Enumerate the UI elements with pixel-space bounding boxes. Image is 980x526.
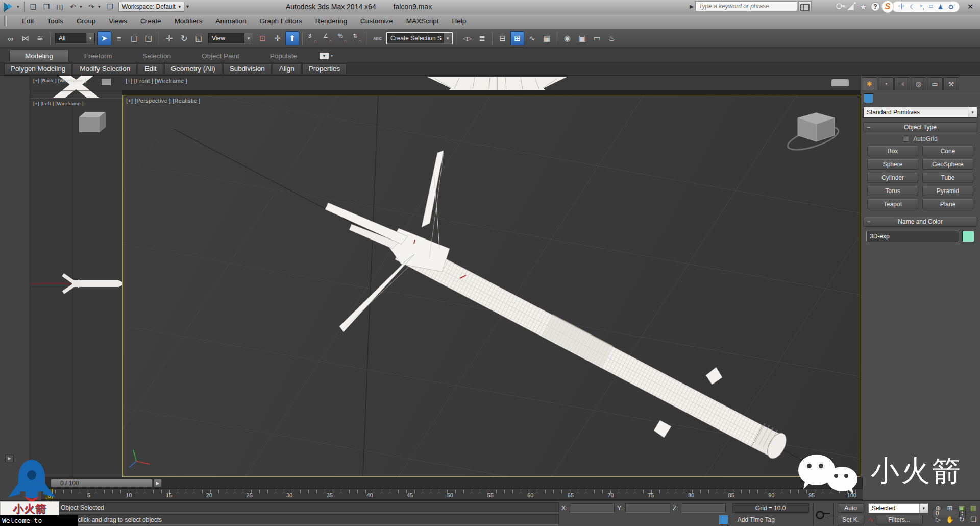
- window-crossing-icon[interactable]: ◳: [142, 31, 156, 45]
- select-and-rotate-icon[interactable]: ↻: [177, 31, 191, 45]
- object-name-field[interactable]: 3D-exp: [866, 231, 959, 242]
- select-by-name-icon[interactable]: ≡: [112, 31, 126, 45]
- menu-item[interactable]: MAXScript: [400, 13, 446, 29]
- align-icon[interactable]: ≣: [475, 31, 489, 45]
- menu-item[interactable]: Rendering: [309, 13, 354, 29]
- primitive-button[interactable]: Cylinder: [867, 173, 918, 183]
- add-time-tag[interactable]: Add Time Tag: [732, 516, 809, 523]
- selection-filter-dropdown[interactable]: All▾: [55, 33, 95, 44]
- rendered-frame-window-icon[interactable]: ▭: [590, 31, 604, 45]
- zoom-extents-icon[interactable]: ▣: [956, 502, 967, 513]
- menu-item[interactable]: Edit: [15, 13, 40, 29]
- menu-item[interactable]: Group: [70, 13, 103, 29]
- menu-item[interactable]: Create: [134, 13, 168, 29]
- viewport-back[interactable]: [+] [Back ] [Wireframe ]: [30, 76, 122, 98]
- reference-coordinate-dropdown[interactable]: View▾: [208, 33, 253, 44]
- ribbon-minimize-icon[interactable]: ▼: [320, 53, 329, 59]
- ime-user-icon[interactable]: ♟: [938, 3, 944, 11]
- favorites-star-icon[interactable]: ★: [857, 1, 869, 12]
- viewport-controls-handle[interactable]: [831, 79, 849, 86]
- name-color-rollout-header[interactable]: − Name and Color: [863, 217, 977, 227]
- coord-y-field[interactable]: [625, 503, 670, 513]
- key-filters-dropdown[interactable]: Selected▾: [868, 503, 928, 513]
- primitive-button[interactable]: Plane: [922, 199, 973, 209]
- orbit-icon[interactable]: ↻: [956, 514, 967, 525]
- time-tag-swatch[interactable]: [719, 515, 728, 524]
- redo-button[interactable]: ↷: [85, 1, 98, 12]
- utilities-tab[interactable]: ⚒: [943, 77, 959, 90]
- ime-moon-icon[interactable]: ☾: [910, 3, 916, 11]
- render-production-icon[interactable]: ♨: [605, 31, 619, 45]
- snap-toggle-3d-icon[interactable]: 3∩: [306, 31, 320, 45]
- create-tab[interactable]: ✱: [862, 77, 877, 90]
- coord-x-field[interactable]: [570, 503, 615, 513]
- logo-dropdown-icon[interactable]: ▾: [17, 4, 22, 9]
- filters-button[interactable]: Filters...: [876, 515, 923, 524]
- select-object-icon[interactable]: ➤: [97, 31, 111, 45]
- track-bar[interactable]: 0510152025303540455055606570758085909510…: [41, 489, 863, 500]
- scene-explorer-toggle-icon[interactable]: ⊞: [510, 31, 524, 45]
- auto-key-button[interactable]: Auto: [838, 503, 864, 513]
- search-input[interactable]: [695, 1, 797, 11]
- set-keys-icon[interactable]: [816, 510, 831, 518]
- menu-item[interactable]: Graph Editors: [253, 13, 308, 29]
- ime-wrench-icon[interactable]: ⚙: [948, 3, 954, 11]
- ribbon-tab[interactable]: Selection: [128, 50, 187, 62]
- ribbon-panel-button[interactable]: Polygon Modeling: [4, 63, 72, 74]
- select-and-move-icon[interactable]: ✛: [162, 31, 176, 45]
- help-icon[interactable]: ?: [871, 2, 880, 11]
- search-expand-button[interactable]: ▶: [688, 1, 695, 11]
- rectangular-selection-region-icon[interactable]: ▢: [127, 31, 141, 45]
- close-icon[interactable]: ✕: [965, 2, 976, 12]
- viewport-left-label[interactable]: [+] [Left ] [Wireframe ]: [33, 101, 84, 106]
- save-button[interactable]: ◫: [53, 1, 66, 12]
- spinner-snap-icon[interactable]: ⇅∩: [350, 31, 364, 45]
- open-file-button[interactable]: ❐: [40, 1, 53, 12]
- ribbon-panel-button[interactable]: Geometry (All): [164, 63, 222, 74]
- ribbon-tab[interactable]: Object Paint: [186, 50, 255, 62]
- ribbon-options-icon[interactable]: ▾: [331, 54, 333, 58]
- unlink-selection-icon[interactable]: ⋈: [18, 31, 32, 45]
- ime-keyboard-icon[interactable]: ⌗: [929, 3, 933, 11]
- next-frame-button[interactable]: ▶: [154, 479, 162, 487]
- project-folder-button[interactable]: ❒: [103, 1, 116, 12]
- ribbon-panel-button[interactable]: Subdivision: [223, 63, 272, 74]
- ribbon-tab[interactable]: Freeform: [69, 50, 128, 62]
- viewport-back-label[interactable]: [+] [Back ] [Wireframe ]: [33, 78, 86, 83]
- time-slider[interactable]: 0 / 100 ▶: [41, 477, 863, 489]
- named-selection-set-dropdown[interactable]: Create Selection S▾: [387, 33, 452, 44]
- field-of-view-icon[interactable]: ▷: [933, 514, 944, 525]
- hierarchy-tab[interactable]: ⫞: [894, 77, 910, 90]
- motion-tab[interactable]: ◎: [911, 77, 926, 90]
- default-in-out-tangent-icon[interactable]: ∿: [868, 516, 874, 523]
- primitive-button[interactable]: Pyramid: [922, 186, 973, 196]
- maximize-viewport-icon[interactable]: ❐: [968, 514, 979, 525]
- menu-item[interactable]: Views: [102, 13, 134, 29]
- ribbon-panel-button[interactable]: Align: [273, 63, 301, 74]
- redo-dropdown-icon[interactable]: ▾: [98, 4, 103, 9]
- object-color-swatch[interactable]: [962, 231, 974, 242]
- angle-snap-icon[interactable]: ∠∩: [321, 31, 334, 45]
- autogrid-checkbox[interactable]: [903, 136, 909, 142]
- display-tab[interactable]: ▭: [927, 77, 943, 90]
- mirror-icon[interactable]: ◁▷: [460, 31, 474, 45]
- primitive-button[interactable]: Cone: [922, 146, 973, 156]
- ime-language-icon[interactable]: 中: [898, 2, 905, 11]
- ribbon-panel-button[interactable]: Modify Selection: [73, 63, 137, 74]
- viewport-perspective[interactable]: [+] [Perspective ] [Realistic ]: [122, 95, 860, 477]
- percent-snap-icon[interactable]: %∩: [335, 31, 349, 45]
- primitive-button[interactable]: GeoSphere: [922, 159, 973, 170]
- select-and-manipulate-icon[interactable]: ✛: [271, 31, 284, 45]
- primitive-button[interactable]: Box: [867, 146, 918, 156]
- menu-item[interactable]: Animation: [209, 13, 253, 29]
- primitive-button[interactable]: Teapot: [867, 199, 918, 209]
- select-and-scale-icon[interactable]: ◱: [192, 31, 206, 45]
- viewport-front-label[interactable]: [+] [Front ] [Wireframe ]: [126, 78, 187, 84]
- zoom-all-icon[interactable]: ⊞: [944, 502, 955, 513]
- set-key-mode-button[interactable]: Set K.: [838, 515, 864, 524]
- viewport-front[interactable]: [+] [Front ] [Wireframe ]: [122, 76, 860, 90]
- select-and-link-icon[interactable]: ∞: [4, 31, 17, 45]
- bind-to-space-warp-icon[interactable]: ≋: [33, 31, 47, 45]
- viewport-left[interactable]: [+] [Left ] [Wireframe ]: [30, 98, 122, 477]
- coord-z-field[interactable]: [681, 503, 726, 513]
